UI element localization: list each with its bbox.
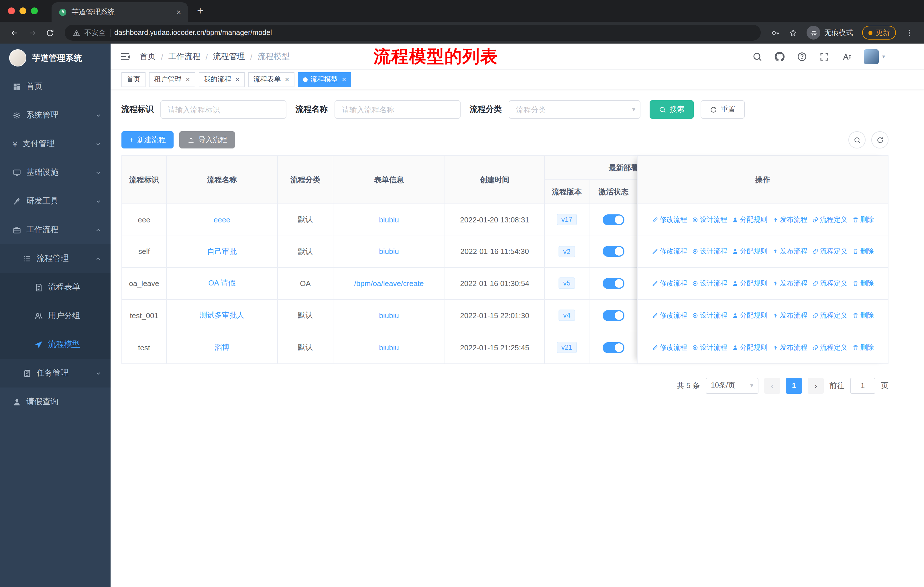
security-warning-icon[interactable]: [73, 29, 80, 36]
github-icon[interactable]: [774, 51, 785, 62]
security-label[interactable]: 不安全: [84, 28, 106, 38]
browser-menu-icon[interactable]: [902, 28, 917, 37]
back-button[interactable]: [7, 28, 22, 37]
define-process-link[interactable]: 流程定义: [812, 215, 848, 225]
close-icon[interactable]: ×: [285, 75, 289, 84]
current-page-button[interactable]: 1: [786, 378, 802, 394]
sidebar-item-briefcase[interactable]: 工作流程: [0, 215, 111, 244]
sidebar-item-list[interactable]: 流程管理: [0, 244, 111, 273]
process-name-input[interactable]: [335, 100, 460, 119]
search-icon[interactable]: [752, 51, 762, 62]
sidebar-item-user[interactable]: 请假查询: [0, 387, 111, 416]
publish-process-link[interactable]: 发布流程: [772, 247, 807, 256]
category-select[interactable]: ▾: [509, 100, 640, 119]
sidebar-item-gear[interactable]: 系统管理: [0, 101, 111, 129]
form-info-link[interactable]: biubiu: [379, 343, 399, 352]
edit-process-link[interactable]: 修改流程: [652, 247, 687, 256]
close-window-button[interactable]: [8, 7, 15, 14]
table-search-icon[interactable]: [848, 131, 866, 149]
edit-process-link[interactable]: 修改流程: [652, 279, 687, 288]
fullscreen-icon[interactable]: [819, 51, 830, 62]
delete-process-link[interactable]: 删除: [852, 247, 874, 256]
design-process-link[interactable]: 设计流程: [692, 247, 727, 256]
publish-process-link[interactable]: 发布流程: [772, 342, 807, 352]
view-tag[interactable]: 首页: [121, 72, 145, 87]
collapse-sidebar-icon[interactable]: [120, 51, 130, 62]
view-tag[interactable]: 我的流程 ×: [198, 72, 244, 87]
form-info-link[interactable]: biubiu: [379, 247, 399, 256]
app-logo[interactable]: 芋道管理系统: [0, 43, 111, 72]
active-toggle[interactable]: [602, 310, 624, 321]
sidebar-item-monitor[interactable]: 基础设施: [0, 158, 111, 187]
minimize-window-button[interactable]: [20, 7, 26, 14]
view-tag[interactable]: 流程模型 ×: [298, 72, 351, 87]
zoom-window-button[interactable]: [31, 7, 38, 14]
assign-process-link[interactable]: 分配规则: [732, 279, 767, 288]
sidebar-item-document[interactable]: 流程表单: [0, 273, 111, 301]
design-process-link[interactable]: 设计流程: [692, 279, 727, 288]
edit-process-link[interactable]: 修改流程: [652, 311, 687, 320]
sidebar-item-toolbox[interactable]: 研发工具: [0, 187, 111, 215]
process-name-link[interactable]: 滔博: [214, 342, 229, 352]
address-bar[interactable]: 不安全 dashboard.yudao.iocoder.cn/bpm/manag…: [65, 25, 761, 41]
help-icon[interactable]: [797, 51, 807, 62]
goto-page-input[interactable]: [850, 378, 875, 394]
close-icon[interactable]: ×: [235, 75, 239, 84]
define-process-link[interactable]: 流程定义: [812, 279, 848, 288]
category-select-input[interactable]: [509, 100, 640, 119]
password-manager-icon[interactable]: [767, 28, 783, 37]
define-process-link[interactable]: 流程定义: [812, 247, 848, 256]
new-tab-button[interactable]: +: [197, 5, 203, 17]
view-tag[interactable]: 租户管理 ×: [149, 72, 195, 87]
active-toggle[interactable]: [602, 246, 624, 257]
process-name-link[interactable]: 自己审批: [207, 246, 237, 257]
prev-page-button[interactable]: ‹: [764, 378, 780, 394]
assign-process-link[interactable]: 分配规则: [732, 215, 767, 225]
sidebar-item-tasks[interactable]: 任务管理: [0, 359, 111, 387]
active-toggle[interactable]: [602, 342, 624, 353]
browser-update-button[interactable]: 更新: [862, 26, 896, 40]
publish-process-link[interactable]: 发布流程: [772, 215, 807, 225]
breadcrumb-item[interactable]: 流程管理: [213, 51, 245, 62]
define-process-link[interactable]: 流程定义: [812, 342, 848, 352]
process-name-link[interactable]: eeee: [214, 215, 230, 224]
delete-process-link[interactable]: 删除: [852, 342, 874, 352]
close-icon[interactable]: ×: [342, 75, 346, 84]
delete-process-link[interactable]: 删除: [852, 311, 874, 320]
process-name-link[interactable]: OA 请假: [208, 278, 236, 289]
publish-process-link[interactable]: 发布流程: [772, 311, 807, 320]
form-info-link[interactable]: /bpm/oa/leave/create: [354, 279, 424, 288]
sidebar-item-dashboard[interactable]: 首页: [0, 72, 111, 101]
define-process-link[interactable]: 流程定义: [812, 311, 848, 320]
design-process-link[interactable]: 设计流程: [692, 311, 727, 320]
assign-process-link[interactable]: 分配规则: [732, 311, 767, 320]
view-tag[interactable]: 流程表单 ×: [248, 72, 294, 87]
breadcrumb-item[interactable]: 首页: [140, 51, 156, 62]
forward-button[interactable]: [25, 28, 40, 37]
user-avatar-menu[interactable]: ▾: [864, 49, 885, 64]
tab-close-icon[interactable]: ×: [177, 7, 181, 17]
publish-process-link[interactable]: 发布流程: [772, 279, 807, 288]
breadcrumb-item[interactable]: 工作流程: [168, 51, 201, 62]
reload-button[interactable]: [42, 28, 58, 37]
design-process-link[interactable]: 设计流程: [692, 215, 727, 225]
create-process-button[interactable]: + 新建流程: [121, 131, 174, 149]
process-key-input[interactable]: [160, 100, 286, 119]
page-size-select[interactable]: 10条/页 ▾: [706, 378, 759, 394]
font-size-icon[interactable]: [842, 51, 852, 62]
search-button[interactable]: 搜索: [650, 100, 694, 119]
form-info-link[interactable]: biubiu: [379, 215, 399, 224]
sidebar-item-users[interactable]: 用户分组: [0, 301, 111, 330]
delete-process-link[interactable]: 删除: [852, 279, 874, 288]
assign-process-link[interactable]: 分配规则: [732, 247, 767, 256]
active-toggle[interactable]: [602, 278, 624, 289]
sidebar-item-yen[interactable]: ¥ 支付管理: [0, 129, 111, 158]
process-name-link[interactable]: 测试多审批人: [200, 310, 244, 321]
sidebar-item-send[interactable]: 流程模型: [0, 330, 111, 359]
delete-process-link[interactable]: 删除: [852, 215, 874, 225]
edit-process-link[interactable]: 修改流程: [652, 215, 687, 225]
incognito-indicator[interactable]: 无痕模式: [803, 26, 856, 40]
url-text[interactable]: dashboard.yudao.iocoder.cn/bpm/manager/m…: [114, 29, 272, 37]
reset-button[interactable]: 重置: [701, 100, 745, 119]
active-toggle[interactable]: [602, 214, 624, 225]
